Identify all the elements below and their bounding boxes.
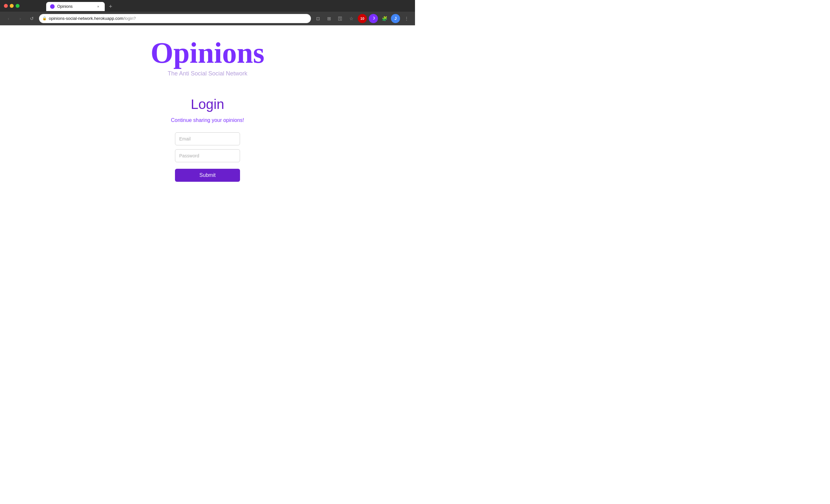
address-domain: opinions-social-network.herokuapp.com: [49, 16, 123, 21]
login-title: Login: [191, 97, 224, 112]
maximize-button[interactable]: [15, 4, 20, 8]
extensions-icon[interactable]: 🧩: [380, 14, 389, 23]
browser-chrome: Opinions × + ‹ › ↺ 🔒 opinions-social-net…: [0, 0, 415, 25]
tab-close-button[interactable]: ×: [96, 4, 101, 9]
screen-share-icon[interactable]: ⊡: [314, 14, 323, 23]
login-section: Login Continue sharing your opinions! Su…: [6, 97, 409, 182]
login-subtitle: Continue sharing your opinions!: [171, 117, 244, 123]
email-input[interactable]: [175, 132, 240, 145]
moon-icon[interactable]: ☽: [369, 14, 378, 23]
forward-button[interactable]: ›: [15, 14, 25, 23]
key-icon[interactable]: ⚿: [336, 14, 345, 23]
minimize-button[interactable]: [10, 4, 14, 8]
bookmark-icon[interactable]: ☆: [347, 14, 356, 23]
submit-button[interactable]: Submit: [175, 169, 240, 182]
profile-avatar[interactable]: J: [391, 14, 400, 23]
app-subtitle: The Anti Social Social Network: [167, 70, 247, 77]
menu-icon[interactable]: ⋮: [402, 14, 411, 23]
traffic-lights: [4, 4, 20, 8]
reload-button[interactable]: ↺: [27, 14, 36, 23]
grid-icon[interactable]: ⊞: [325, 14, 334, 23]
new-tab-button[interactable]: +: [106, 2, 115, 11]
close-button[interactable]: [4, 4, 8, 8]
password-input[interactable]: [175, 149, 240, 162]
email-field-group: [175, 132, 240, 145]
lock-icon: 🔒: [42, 16, 47, 21]
active-tab[interactable]: Opinions ×: [46, 2, 105, 11]
title-bar: Opinions × +: [0, 0, 415, 12]
address-text: opinions-social-network.herokuapp.com/lo…: [49, 16, 308, 21]
ublock-icon[interactable]: 10: [358, 14, 367, 23]
back-button[interactable]: ‹: [4, 14, 13, 23]
toolbar: ‹ › ↺ 🔒 opinions-social-network.herokuap…: [0, 12, 415, 25]
tab-favicon: [50, 4, 55, 9]
password-field-group: [175, 149, 240, 162]
page-content: Opinions The Anti Social Social Network …: [0, 25, 415, 242]
tabs-bar: Opinions × +: [24, 1, 138, 11]
app-title: Opinions: [151, 38, 264, 68]
address-bar[interactable]: 🔒 opinions-social-network.herokuapp.com/…: [39, 14, 311, 23]
tab-title: Opinions: [57, 4, 93, 9]
address-path: /login?: [123, 16, 136, 21]
toolbar-actions: ⊡ ⊞ ⚿ ☆ 10 ☽ 🧩 J ⋮: [314, 14, 411, 23]
